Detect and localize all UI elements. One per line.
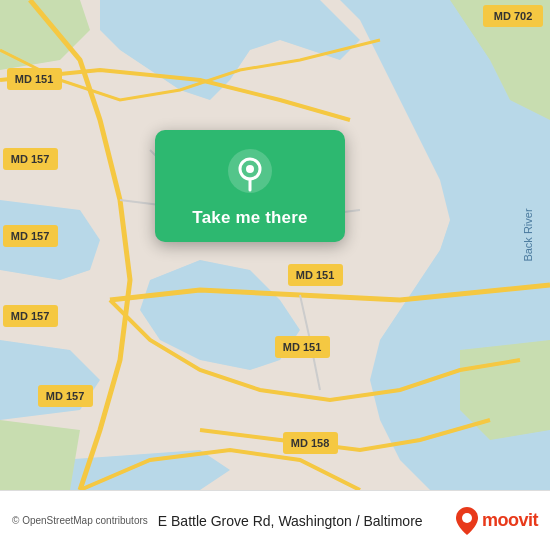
svg-point-22 [246, 165, 254, 173]
svg-text:MD 151: MD 151 [15, 73, 54, 85]
moovit-logo: moovit [456, 507, 538, 535]
location-pin-icon [227, 148, 273, 194]
map-view: MD 702 MD 151 MD 157 MD 157 MD 157 MD 15… [0, 0, 550, 490]
svg-text:MD 151: MD 151 [296, 269, 335, 281]
osm-credit: © OpenStreetMap contributors [12, 515, 148, 526]
moovit-pin-icon [456, 507, 478, 535]
svg-text:MD 157: MD 157 [46, 390, 85, 402]
map-svg: MD 702 MD 151 MD 157 MD 157 MD 157 MD 15… [0, 0, 550, 490]
moovit-label: moovit [482, 510, 538, 531]
svg-text:MD 702: MD 702 [494, 10, 533, 22]
svg-text:Back River: Back River [522, 208, 534, 262]
svg-text:MD 158: MD 158 [291, 437, 330, 449]
svg-point-23 [462, 513, 472, 523]
svg-text:MD 157: MD 157 [11, 310, 50, 322]
take-me-there-label: Take me there [192, 208, 307, 228]
svg-text:MD 157: MD 157 [11, 230, 50, 242]
svg-text:MD 151: MD 151 [283, 341, 322, 353]
bottom-bar: © OpenStreetMap contributors E Battle Gr… [0, 490, 550, 550]
svg-text:MD 157: MD 157 [11, 153, 50, 165]
address-text: E Battle Grove Rd, Washington / Baltimor… [158, 513, 446, 529]
take-me-there-popup[interactable]: Take me there [155, 130, 345, 242]
